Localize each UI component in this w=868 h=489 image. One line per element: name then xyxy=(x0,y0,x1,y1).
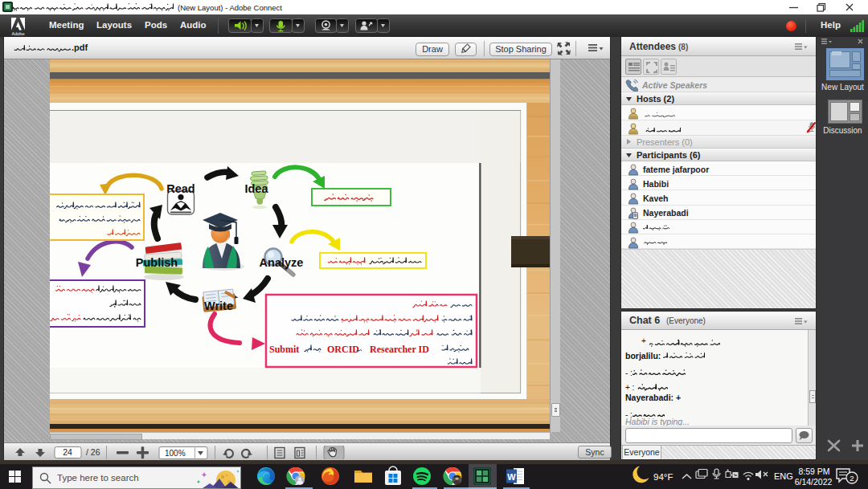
svg-text:Adobe: Adobe xyxy=(12,31,25,36)
svg-text:ENG: ENG xyxy=(774,471,793,481)
svg-text:94°F: 94°F xyxy=(653,472,673,482)
svg-text:Analyze: Analyze xyxy=(260,256,304,269)
svg-text:Write: Write xyxy=(204,300,233,312)
svg-text:Idea: Idea xyxy=(244,182,268,195)
svg-text:Submit: Submit xyxy=(269,344,299,355)
svg-text:/ 26: / 26 xyxy=(86,447,100,457)
svg-text:2: 2 xyxy=(850,474,854,483)
svg-text:100%: 100% xyxy=(165,449,186,458)
svg-text:Publish: Publish xyxy=(136,256,178,269)
svg-text:Read: Read xyxy=(166,182,194,195)
svg-text:24: 24 xyxy=(63,447,72,457)
svg-text:W: W xyxy=(507,472,516,482)
svg-text:8:59 PM: 8:59 PM xyxy=(798,467,829,476)
svg-text:6/14/2022: 6/14/2022 xyxy=(795,477,833,487)
svg-text:ORCID: ORCID xyxy=(327,344,359,355)
svg-text:Researcher ID: Researcher ID xyxy=(370,344,429,355)
